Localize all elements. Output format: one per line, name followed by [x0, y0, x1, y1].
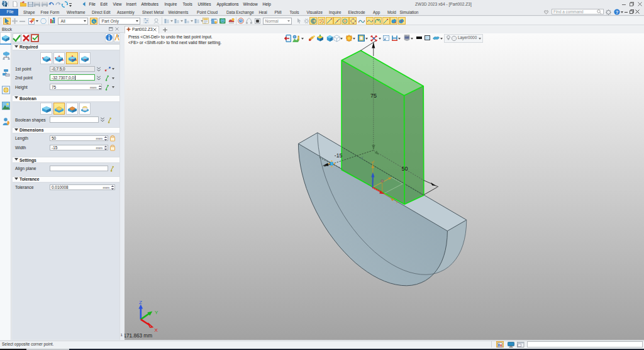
svg-text:-15: -15: [335, 152, 343, 159]
svg-text:Z: Z: [139, 300, 142, 305]
svg-text:X: X: [155, 327, 158, 333]
svg-text:50: 50: [401, 166, 408, 172]
svg-text:Y: Y: [155, 310, 158, 315]
svg-text:75: 75: [370, 93, 377, 99]
svg-text:171.863 mm: 171.863 mm: [125, 333, 152, 339]
svg-text:?: ?: [615, 9, 618, 15]
